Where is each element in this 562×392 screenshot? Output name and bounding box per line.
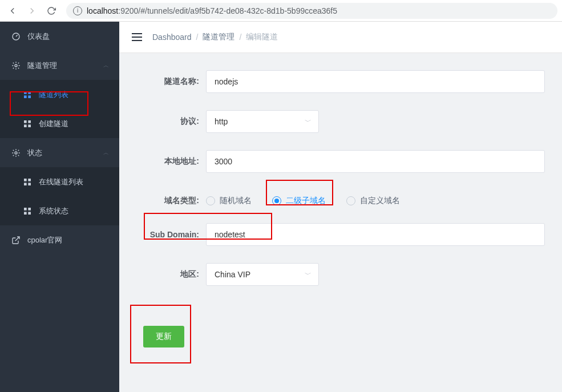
- url-text: localhost:9200/#/tunnels/edit/a9f5b742-d…: [87, 6, 337, 15]
- subdomain-input[interactable]: [206, 223, 545, 246]
- radio-label: 随机域名: [220, 196, 252, 206]
- sidebar-item-sys-status[interactable]: 系统状态: [0, 196, 119, 225]
- chevron-up-icon: ︿: [103, 149, 109, 157]
- subdomain-label: Sub Domain:: [136, 230, 206, 239]
- grid-icon: [23, 207, 32, 216]
- radio-label: 自定义域名: [360, 196, 400, 206]
- svg-point-1: [15, 64, 17, 67]
- breadcrumb: Dashboard / 隧道管理 / 编辑隧道: [152, 32, 278, 42]
- tunnel-name-label: 隧道名称:: [136, 76, 206, 87]
- radio-subdomain[interactable]: 二级子域名: [272, 196, 326, 206]
- topbar: Dashboard / 隧道管理 / 编辑隧道: [119, 22, 562, 53]
- sidebar-label: 创建隧道: [39, 119, 68, 129]
- svg-rect-5: [28, 95, 31, 98]
- grid-icon: [23, 119, 32, 128]
- radio-icon: [206, 196, 215, 205]
- svg-rect-18: [28, 212, 31, 215]
- svg-rect-9: [28, 124, 31, 127]
- radio-custom-domain[interactable]: 自定义域名: [346, 196, 400, 206]
- sidebar-item-tunnel-list[interactable]: 隧道列表: [0, 80, 119, 109]
- svg-rect-8: [24, 124, 27, 127]
- sidebar-label: 隧道列表: [39, 90, 68, 100]
- reload-button[interactable]: [43, 3, 59, 19]
- protocol-select[interactable]: http ﹀: [206, 110, 319, 133]
- svg-rect-12: [28, 179, 31, 181]
- update-button[interactable]: 更新: [143, 326, 184, 347]
- breadcrumb-current: 编辑隧道: [246, 32, 278, 42]
- sidebar-item-tunnel-mgmt[interactable]: 隧道管理 ︿: [0, 51, 119, 80]
- sidebar-item-status[interactable]: 状态 ︿: [0, 138, 119, 167]
- local-addr-label: 本地地址:: [136, 156, 206, 167]
- chevron-down-icon: ﹀: [305, 117, 312, 127]
- gear-icon: [11, 61, 21, 70]
- radio-icon: [272, 196, 281, 205]
- hamburger-icon[interactable]: [132, 33, 142, 41]
- region-label: 地区:: [136, 269, 206, 280]
- region-value: China VIP: [215, 270, 250, 279]
- svg-rect-4: [24, 95, 27, 98]
- svg-rect-15: [24, 208, 27, 211]
- radio-label: 二级子域名: [286, 196, 326, 206]
- sidebar-label: 系统状态: [39, 206, 68, 216]
- sidebar-item-tunnel-create[interactable]: 创建隧道: [0, 109, 119, 138]
- main-content: Dashboard / 隧道管理 / 编辑隧道 隧道名称: 协议: http ﹀…: [119, 22, 562, 392]
- gear-icon: [11, 148, 21, 157]
- svg-rect-2: [24, 91, 27, 94]
- sidebar-item-cpolar-site[interactable]: cpolar官网: [0, 225, 119, 254]
- external-link-icon: [11, 236, 21, 245]
- svg-rect-7: [28, 120, 31, 123]
- forward-button[interactable]: [24, 3, 40, 19]
- back-button[interactable]: [5, 3, 21, 19]
- sidebar-label: 隧道管理: [27, 60, 57, 71]
- sidebar: 仪表盘 隧道管理 ︿ 隧道列表 创建隧道 状态 ︿ 在线隧道列表 系统状态: [0, 22, 119, 392]
- grid-icon: [23, 90, 32, 99]
- svg-line-19: [15, 237, 19, 241]
- domain-type-label: 域名类型:: [136, 196, 206, 206]
- svg-rect-6: [24, 120, 27, 123]
- chevron-down-icon: ﹀: [305, 270, 312, 280]
- sidebar-item-online-list[interactable]: 在线隧道列表: [0, 167, 119, 196]
- svg-rect-16: [28, 208, 31, 211]
- gauge-icon: [11, 32, 21, 41]
- protocol-value: http: [215, 117, 228, 126]
- address-bar[interactable]: i localhost:9200/#/tunnels/edit/a9f5b742…: [66, 3, 557, 19]
- breadcrumb-sep: /: [196, 33, 199, 42]
- svg-rect-3: [28, 91, 31, 94]
- region-select[interactable]: China VIP ﹀: [206, 263, 319, 286]
- site-info-icon: i: [73, 6, 82, 15]
- sidebar-label: cpolar官网: [27, 235, 62, 245]
- svg-rect-11: [24, 179, 27, 181]
- breadcrumb-item[interactable]: Dashboard: [152, 33, 192, 42]
- tunnel-name-input[interactable]: [206, 70, 545, 93]
- chevron-up-icon: ︿: [103, 62, 109, 70]
- sidebar-label: 在线隧道列表: [39, 177, 83, 187]
- svg-rect-17: [24, 212, 27, 215]
- protocol-label: 协议:: [136, 116, 206, 127]
- sidebar-label: 状态: [27, 148, 42, 158]
- sidebar-item-dashboard[interactable]: 仪表盘: [0, 22, 119, 51]
- radio-random-domain[interactable]: 随机域名: [206, 196, 252, 206]
- local-addr-input[interactable]: [206, 150, 545, 173]
- svg-rect-14: [28, 183, 31, 185]
- sidebar-label: 仪表盘: [27, 31, 50, 42]
- radio-icon: [346, 196, 355, 205]
- browser-toolbar: i localhost:9200/#/tunnels/edit/a9f5b742…: [0, 0, 562, 22]
- breadcrumb-item[interactable]: 隧道管理: [203, 32, 234, 42]
- grid-icon: [23, 177, 32, 187]
- breadcrumb-sep: /: [239, 33, 241, 42]
- svg-point-10: [15, 152, 17, 154]
- svg-rect-13: [24, 183, 27, 185]
